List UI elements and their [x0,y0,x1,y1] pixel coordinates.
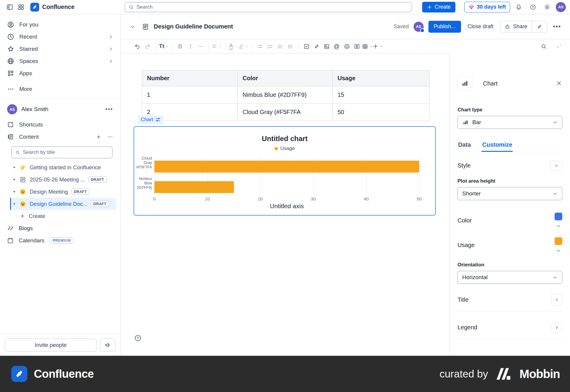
editor-help-button[interactable]: ? [134,334,142,343]
close-panel-button[interactable] [556,80,562,87]
help-button[interactable]: ? [527,2,539,12]
table-header-cell[interactable]: Usage [333,70,430,86]
close-draft-button[interactable]: Close draft [466,23,495,30]
title-expand-button[interactable] [551,294,562,305]
publish-button[interactable]: Publish... [428,21,461,33]
collapse-title-chevron-icon[interactable] [130,24,135,29]
chart-macro-chip[interactable]: Chart [138,116,163,124]
share-button[interactable]: Share [500,21,532,32]
bold-button[interactable]: B [175,41,185,51]
sidebar-item-content[interactable]: Content [0,131,120,143]
content-search-input[interactable] [23,149,109,155]
emoji-button[interactable] [342,41,352,51]
layouts-button[interactable] [352,41,362,51]
chart-block[interactable]: Untitled chart Usage Untitled axis 01020… [134,126,436,216]
italic-button[interactable]: I [185,41,195,51]
copy-link-button[interactable] [532,21,547,32]
color-swatch[interactable] [555,213,562,220]
page-item-design-meeting[interactable]: • Design Meeting DRAFT [10,186,116,198]
table-cell[interactable]: 50 [333,104,430,121]
sidebar-item-more[interactable]: More [0,83,120,95]
table-cell[interactable]: 1 [142,86,238,104]
insert-table-button[interactable] [362,41,373,51]
color-row: Color [457,213,562,228]
user-avatar[interactable]: AS [556,2,566,12]
add-content-icon[interactable] [96,134,101,140]
highlight-color-button[interactable] [238,41,248,51]
settings-button[interactable] [542,2,553,12]
orientation-select[interactable]: Horizontal [457,271,562,284]
sidebar-item-shortcuts[interactable]: Shortcuts [0,118,120,131]
data-table[interactable]: NumberColorUsage 1Nimbus Blue (#2D7FF9)1… [142,70,430,121]
collapse-sidebar-button[interactable] [4,2,15,12]
feedback-button[interactable] [100,339,115,352]
ai-button[interactable] [554,41,564,51]
more-actions-button[interactable]: ••• [552,22,562,31]
chart-icon-box[interactable] [457,76,472,91]
task-list-button[interactable] [301,41,311,51]
invite-people-button[interactable]: Invite people [5,339,96,352]
color-expand-button[interactable] [556,224,561,228]
notifications-button[interactable] [513,2,524,12]
create-page-button[interactable]: Create [10,210,116,222]
page-item-meeting-notes[interactable]: • 2025-05-26 Meeting ... DRAFT [10,173,116,186]
bullet: • [12,189,16,195]
mention-button[interactable]: @ [332,41,342,51]
trial-days-left-button[interactable]: 30 days left [464,2,510,12]
content-more-icon[interactable] [107,134,113,140]
tab-customize[interactable]: Customize [482,141,513,152]
more-formatting-button[interactable] [195,41,205,51]
text-color-button[interactable]: A [228,41,238,51]
wave-emoji-icon [20,164,26,171]
sidebar-item-spaces[interactable]: Spaces [0,55,120,67]
outdent-button[interactable] [275,41,285,51]
indent-button[interactable] [285,41,295,51]
sidebar-item-apps[interactable]: Apps [0,67,120,79]
chart-type-select[interactable]: Bar [457,116,562,129]
confluence-brand[interactable]: Confluence [30,3,75,12]
editor-canvas[interactable]: NumberColorUsage 1Nimbus Blue (#2D7FF9)1… [121,53,449,356]
sidebar-user-row[interactable]: AS Alex Smith ••• [0,102,120,116]
find-replace-button[interactable] [539,41,549,51]
content-search[interactable] [11,146,113,158]
numbered-list-button[interactable]: 12 [265,41,275,51]
star-icon [7,45,14,53]
insert-link-button[interactable] [311,41,322,51]
page-item-design-guideline-selected[interactable]: • Design Guideline Doc... DRAFT [10,198,116,210]
insert-element-button[interactable] [373,41,383,51]
bullet-list-button[interactable] [255,41,265,51]
sidebar-item-for-you[interactable]: For you [0,18,120,31]
create-button[interactable]: Create [422,2,455,12]
alignment-button[interactable] [212,41,222,51]
legend-row: Legend [457,322,562,339]
sidebar-item-calendars[interactable]: Calendars PREMIUM [0,234,120,246]
sidebar-item-recent[interactable]: Recent [0,31,120,43]
user-more-icon[interactable]: ••• [105,106,113,113]
table-cell[interactable]: Cloud Gray (#F5F7FA [238,104,333,121]
table-header-cell[interactable]: Number [142,70,238,86]
text-styles-button[interactable]: Tt [159,41,169,51]
undo-button[interactable] [132,41,142,51]
plot-area-height-select[interactable]: Shorter [457,187,562,200]
global-search[interactable] [125,2,412,12]
table-header-cell[interactable]: Color [238,70,333,86]
page-icon [20,176,26,183]
legend-expand-button[interactable] [551,322,562,333]
table-cell[interactable]: Nimbus Blue (#2D7FF9) [238,86,333,104]
sidebar-item-starred[interactable]: Starred [0,43,120,55]
redo-button[interactable] [142,41,153,51]
global-search-input[interactable] [137,4,408,10]
collaborator-avatar[interactable]: AS [414,22,424,32]
usage-expand-button[interactable] [556,248,561,253]
table-cell[interactable]: 15 [333,86,430,104]
tab-data[interactable]: Data [457,141,471,152]
bar-chart-icon [461,80,469,87]
app-switcher-button[interactable] [15,2,27,12]
chevron-down-icon [245,45,248,48]
page-title[interactable]: Design Guideline Document [154,23,233,30]
style-expand-button[interactable] [550,160,562,170]
insert-image-button[interactable] [322,41,332,51]
sidebar-item-blogs[interactable]: Blogs [0,222,120,234]
usage-swatch[interactable] [555,237,562,245]
page-item-getting-started[interactable]: • Getting started in Confluence [10,161,116,173]
